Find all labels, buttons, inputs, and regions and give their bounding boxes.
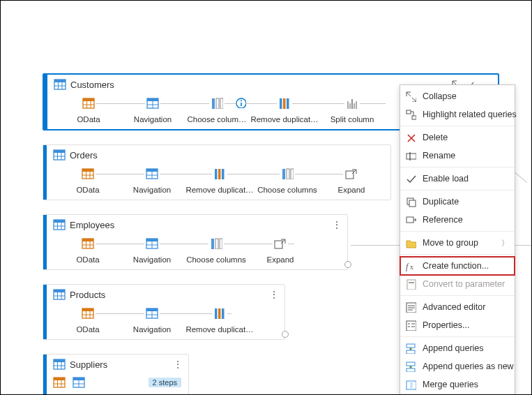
output-node[interactable] <box>282 331 289 338</box>
query-title: Customers <box>70 80 447 90</box>
step-label: Remove duplicat… <box>185 186 253 194</box>
step-label: OData <box>76 325 99 334</box>
duplicate-icon <box>404 195 417 208</box>
table-icon <box>53 359 66 370</box>
navigation-icon <box>73 377 85 388</box>
collapse-icon <box>404 90 417 103</box>
context-menu: Collapse Highlight related queries Delet… <box>400 84 515 395</box>
remove-duplicates-icon <box>212 166 227 181</box>
merge-icon <box>404 378 417 391</box>
append-new-icon <box>404 360 417 373</box>
odata-icon <box>80 236 96 251</box>
step-label: Choose columns <box>186 255 246 264</box>
query-card-orders[interactable]: Orders OData Navigation Remove duplicat…… <box>43 144 391 200</box>
choose-columns-icon <box>209 96 225 111</box>
expand-icon <box>273 236 288 251</box>
navigation-icon <box>144 306 160 321</box>
menu-advanced-editor[interactable]: Advanced editor <box>400 298 515 316</box>
table-icon <box>53 149 66 161</box>
query-card-employees[interactable]: Employees ⋮ OData Navigation Choose colu… <box>43 214 348 270</box>
query-title: Products <box>70 290 265 300</box>
step-label: Choose colum… <box>187 115 246 124</box>
folder-icon <box>404 237 417 249</box>
query-title: Orders <box>70 150 385 161</box>
delete-icon <box>404 131 417 144</box>
steps-badge: 2 steps <box>149 378 181 387</box>
menu-append-queries-new[interactable]: Append queries as new <box>400 357 515 375</box>
menu-rename[interactable]: Rename <box>400 147 515 165</box>
remove-duplicates-icon <box>277 96 292 111</box>
odata-icon <box>80 166 96 181</box>
step-label: OData <box>76 255 99 264</box>
properties-icon <box>404 319 417 331</box>
step-label: Split column <box>330 115 374 124</box>
table-icon <box>53 289 66 300</box>
more-icon[interactable]: ⋮ <box>269 289 279 300</box>
chevron-right-icon: 〉 <box>501 238 509 248</box>
query-title: Employees <box>70 220 328 230</box>
odata-icon <box>53 377 66 388</box>
menu-merge-queries[interactable]: Merge queries <box>400 375 515 394</box>
menu-properties[interactable]: Properties... <box>400 316 515 334</box>
navigation-icon <box>144 236 160 251</box>
menu-create-function[interactable]: Create function... <box>400 257 515 275</box>
navigation-icon <box>145 96 160 111</box>
step-label: Choose columns <box>257 186 317 194</box>
menu-convert-to-parameter: Convert to parameter <box>400 275 515 293</box>
menu-highlight-related[interactable]: Highlight related queries <box>400 105 515 124</box>
split-column-icon <box>344 96 360 111</box>
check-icon <box>404 172 417 185</box>
step-label: OData <box>77 115 100 124</box>
menu-append-queries[interactable]: Append queries <box>400 339 515 357</box>
query-card-products[interactable]: Products ⋮ OData Navigation Remove dupli… <box>43 284 285 340</box>
choose-columns-icon <box>280 166 295 181</box>
fx-icon <box>404 260 417 272</box>
navigation-icon <box>144 166 160 181</box>
menu-enable-load[interactable]: Enable load <box>400 170 515 188</box>
menu-duplicate[interactable]: Duplicate <box>400 193 515 211</box>
more-icon[interactable]: ⋮ <box>332 219 342 230</box>
odata-icon <box>81 96 96 111</box>
highlight-icon <box>404 108 417 121</box>
table-icon <box>53 219 66 230</box>
step-label: Navigation <box>133 255 171 264</box>
expand-icon <box>344 166 359 181</box>
odata-icon <box>80 306 96 321</box>
step-label: Navigation <box>134 115 172 124</box>
output-node[interactable] <box>344 261 351 268</box>
advanced-editor-icon <box>404 301 417 313</box>
menu-move-to-group[interactable]: Move to group〉 <box>400 234 515 252</box>
step-label: Navigation <box>133 186 171 194</box>
query-title: Suppliers <box>70 359 169 370</box>
menu-reference[interactable]: Reference <box>400 211 515 229</box>
step-label: OData <box>76 186 99 194</box>
append-icon <box>404 342 417 355</box>
more-icon[interactable]: ⋮ <box>173 359 183 370</box>
step-label: Remove duplicat… <box>185 325 253 334</box>
rename-icon <box>404 149 417 162</box>
query-card-suppliers[interactable]: Suppliers ⋮ 2 steps <box>43 354 189 395</box>
choose-columns-icon <box>208 236 224 251</box>
table-icon <box>54 79 66 90</box>
remove-duplicates-icon <box>212 306 227 321</box>
step-label: Expand <box>337 186 365 194</box>
menu-delete[interactable]: Delete <box>400 128 515 147</box>
parameter-icon <box>404 278 417 290</box>
step-label: Remove duplicat… <box>250 115 318 124</box>
info-icon[interactable] <box>235 97 246 108</box>
step-label: Navigation <box>133 325 171 334</box>
reference-icon <box>404 214 417 226</box>
step-label: Expand <box>266 255 294 264</box>
menu-collapse[interactable]: Collapse <box>400 87 515 105</box>
